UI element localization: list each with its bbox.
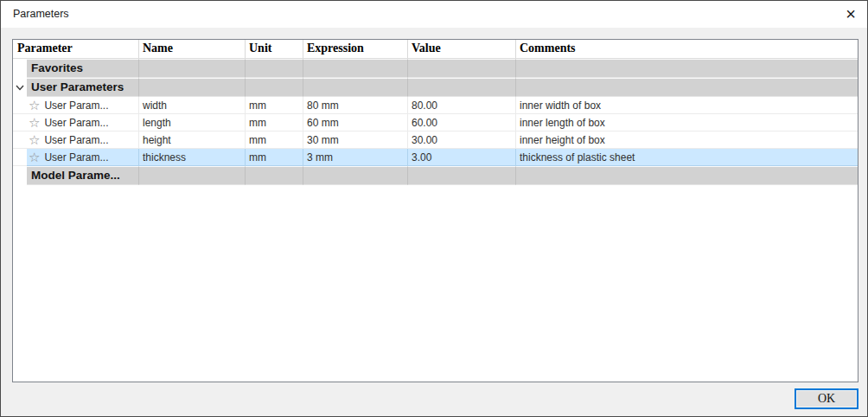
cell-expression[interactable]: 60 mm: [303, 114, 408, 132]
favorite-star-icon[interactable]: ☆: [29, 116, 40, 129]
row-indent: [13, 149, 27, 166]
title-bar[interactable]: Parameters ×: [1, 1, 867, 28]
group-cell: [516, 78, 858, 97]
group-label-favorites: Favorites: [27, 60, 138, 77]
group-label-user-parameters: User Parameters: [27, 79, 138, 96]
column-header-comments[interactable]: Comments: [516, 40, 858, 59]
favorite-star-icon[interactable]: ☆: [29, 151, 40, 164]
group-row-favorites[interactable]: Favorites: [13, 59, 858, 78]
row-indent: [13, 59, 27, 78]
group-cell: [246, 166, 303, 185]
expand-collapse-toggle[interactable]: [13, 78, 27, 97]
row-indent: [13, 166, 27, 185]
group-cell: [303, 59, 408, 78]
column-header-unit[interactable]: Unit: [246, 40, 303, 59]
favorite-star-icon[interactable]: ☆: [29, 133, 40, 146]
cell-comment[interactable]: thickness of plastic sheet: [516, 149, 858, 166]
close-button[interactable]: ×: [839, 3, 862, 24]
group-cell: [516, 59, 858, 78]
table-header-row: Parameter Name Unit Expression Value Com…: [13, 40, 858, 59]
close-icon: ×: [846, 5, 856, 22]
table-empty-area: [13, 185, 858, 363]
group-cell: [246, 78, 303, 97]
cell-unit[interactable]: mm: [246, 114, 303, 132]
cell-name[interactable]: width: [139, 97, 246, 114]
parameter-row-length[interactable]: ☆ User Param... length mm 60 mm 60.00 in…: [13, 114, 858, 132]
cell-expression[interactable]: 3 mm: [303, 149, 408, 166]
group-cell: [303, 166, 408, 185]
group-cell: [408, 166, 516, 185]
parameter-row-height[interactable]: ☆ User Param... height mm 30 mm 30.00 in…: [13, 132, 858, 149]
row-indent: [13, 97, 27, 114]
cell-name[interactable]: height: [139, 132, 246, 149]
group-cell: [408, 78, 516, 97]
group-cell: [139, 59, 246, 78]
group-cell: [139, 78, 246, 97]
cell-comment[interactable]: inner height of box: [516, 132, 858, 149]
column-header-value[interactable]: Value: [408, 40, 516, 59]
column-header-parameter[interactable]: Parameter: [13, 40, 139, 59]
parameters-dialog: Parameters × Parameter Name Unit Express…: [0, 0, 868, 417]
cell-name[interactable]: length: [139, 114, 246, 132]
cell-value[interactable]: 3.00: [408, 149, 516, 166]
cell-unit[interactable]: mm: [246, 97, 303, 114]
favorite-star-icon[interactable]: ☆: [29, 99, 40, 112]
row-indent: [13, 114, 27, 132]
group-cell: [516, 166, 858, 185]
ok-button[interactable]: OK: [795, 388, 858, 409]
group-cell: [408, 59, 516, 78]
parameter-row-thickness[interactable]: ☆ User Param... thickness mm 3 mm 3.00 t…: [13, 149, 858, 166]
group-label-model-parameters: Model Parame...: [27, 167, 138, 184]
cell-value[interactable]: 60.00: [408, 114, 516, 132]
dialog-title: Parameters: [13, 8, 69, 20]
param-type-label: User Param...: [44, 134, 108, 146]
cell-expression[interactable]: 30 mm: [303, 132, 408, 149]
cell-expression[interactable]: 80 mm: [303, 97, 408, 114]
chevron-down-icon: [16, 85, 24, 91]
cell-value[interactable]: 80.00: [408, 97, 516, 114]
param-type-label: User Param...: [44, 117, 108, 129]
column-header-name[interactable]: Name: [139, 40, 246, 59]
group-cell: [246, 59, 303, 78]
param-type-label: User Param...: [44, 99, 108, 112]
param-type-label: User Param...: [44, 151, 108, 164]
group-row-user-parameters[interactable]: User Parameters: [13, 78, 858, 97]
group-cell: [303, 78, 408, 97]
ok-button-label: OK: [818, 392, 835, 406]
group-row-model-parameters[interactable]: Model Parame...: [13, 166, 858, 185]
cell-comment[interactable]: inner width of box: [516, 97, 858, 114]
column-header-expression[interactable]: Expression: [303, 40, 408, 59]
parameter-row-width[interactable]: ☆ User Param... width mm 80 mm 80.00 inn…: [13, 97, 858, 114]
cell-value[interactable]: 30.00: [408, 132, 516, 149]
cell-unit[interactable]: mm: [246, 149, 303, 166]
cell-name[interactable]: thickness: [139, 149, 246, 166]
group-cell: [139, 166, 246, 185]
row-indent: [13, 132, 27, 149]
cell-comment[interactable]: inner length of box: [516, 114, 858, 132]
cell-unit[interactable]: mm: [246, 132, 303, 149]
parameters-table: Parameter Name Unit Expression Value Com…: [12, 39, 858, 382]
